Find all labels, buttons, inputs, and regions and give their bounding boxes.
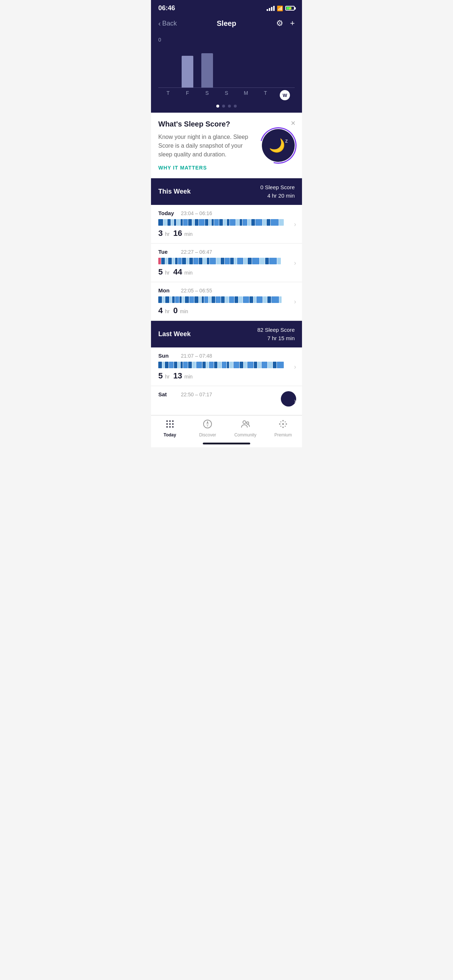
nav-item-discover[interactable]: Discover	[189, 419, 227, 438]
sleep-duration-mon: 4 hr 0 min	[158, 306, 295, 315]
sleep-entry-sun[interactable]: Sun 21:07 – 07:48	[151, 347, 302, 386]
svg-point-2	[172, 420, 174, 422]
svg-point-8	[172, 426, 174, 428]
nav-item-community[interactable]: Community	[226, 419, 265, 438]
svg-point-6	[166, 426, 168, 428]
home-indicator	[151, 440, 302, 447]
sleep-duration-sun: 5 hr 13 min	[158, 371, 295, 380]
last-week-header: Last Week 82 Sleep Score 7 hr 15 min	[151, 321, 302, 347]
last-week-sleep-score: 82 Sleep Score	[257, 326, 295, 334]
sleep-score-info-card: × What's Sleep Score? Know your night in…	[151, 113, 302, 178]
community-icon	[241, 419, 250, 431]
battery-icon: ⚡	[285, 6, 295, 11]
bar-column-t2	[256, 44, 275, 88]
settings-icon[interactable]: ⚙	[276, 19, 283, 28]
sleep-duration-tue: 5 hr 44 min	[158, 267, 295, 277]
back-label: Back	[162, 20, 177, 27]
sleep-duration-today: 3 hr 16 min	[158, 229, 295, 238]
dot-2	[222, 105, 225, 108]
today-icon	[165, 419, 175, 431]
bar-chart	[158, 44, 295, 88]
discover-icon	[203, 419, 212, 431]
back-button[interactable]: ‹ Back	[158, 19, 177, 28]
svg-point-19	[285, 422, 286, 423]
svg-marker-11	[206, 424, 209, 427]
sleep-bar-sun	[158, 362, 284, 368]
page-title: Sleep	[217, 19, 236, 28]
this-week-duration: 4 hr 20 min	[260, 192, 295, 200]
sleep-entry-tue[interactable]: Tue 22:27 – 06:47	[151, 243, 302, 282]
sleep-time-mon: 22:05 – 06:55	[181, 288, 212, 293]
bar-column-s1	[197, 44, 217, 88]
this-week-score: 0 Sleep Score 4 hr 20 min	[260, 183, 295, 200]
this-week-header: This Week 0 Sleep Score 4 hr 20 min	[151, 178, 302, 205]
chart-label-m: M	[236, 90, 256, 100]
chart-label-f: F	[178, 90, 197, 100]
dot-1	[216, 105, 219, 108]
chart-label-s2: S	[217, 90, 236, 100]
discover-label: Discover	[199, 433, 216, 438]
this-week-sleep-score: 0 Sleep Score	[260, 183, 295, 192]
bar-column-w	[275, 44, 295, 88]
bar-column-s2	[217, 44, 236, 88]
chart-label-t: T	[158, 90, 178, 100]
sleep-day-mon: Mon	[158, 287, 177, 293]
sleep-entry-mon[interactable]: Mon 22:05 – 06:55	[151, 282, 302, 321]
sleep-entry-sat[interactable]: Sat 22:50 – 07:17 ›	[151, 386, 302, 415]
nav-item-today[interactable]: Today	[151, 419, 189, 438]
chart-label-s1: S	[197, 90, 217, 100]
dot-3	[228, 105, 231, 108]
bar-column-t	[158, 44, 178, 88]
add-icon[interactable]: +	[290, 19, 295, 28]
back-chevron-icon: ‹	[158, 19, 161, 28]
last-week-label: Last Week	[158, 330, 191, 338]
chart-label-t2: T	[256, 90, 275, 100]
dot-4	[234, 105, 237, 108]
this-week-label: This Week	[158, 188, 191, 196]
sleep-bar-tue	[158, 258, 284, 264]
sleep-day-today: Today	[158, 210, 177, 216]
info-card-title: What's Sleep Score?	[158, 120, 256, 128]
sleep-entry-today[interactable]: Today 23:04 – 06:16	[151, 205, 302, 243]
svg-point-16	[286, 423, 287, 425]
chart-labels: T F S S M T W	[151, 88, 302, 102]
sleep-score-icon: 🌙z	[262, 129, 295, 162]
header: ‹ Back Sleep ⚙ +	[151, 15, 302, 33]
sleep-day-tue: Tue	[158, 249, 177, 255]
sleep-bar-today	[158, 219, 284, 226]
sleep-day-sat: Sat	[158, 391, 177, 398]
sleep-time-tue: 22:27 – 06:47	[181, 249, 212, 255]
svg-point-13	[247, 422, 249, 424]
svg-point-21	[285, 426, 286, 427]
sleep-time-sun: 21:07 – 07:48	[181, 353, 212, 359]
last-week-duration: 7 hr 15 min	[257, 334, 295, 343]
chevron-right-icon: ›	[294, 298, 296, 305]
why-it-matters-link[interactable]: WHY IT MATTERS	[158, 165, 256, 170]
today-label: Today	[164, 433, 176, 438]
home-bar	[203, 442, 250, 444]
wifi-icon: 📶	[277, 5, 283, 11]
nav-item-premium[interactable]: Premium	[265, 419, 302, 438]
this-week-sleep-list: Today 23:04 – 06:16	[151, 205, 302, 321]
community-label: Community	[234, 433, 257, 438]
premium-icon	[278, 419, 288, 431]
header-actions: ⚙ +	[276, 19, 295, 28]
chart-label-w: W	[275, 90, 295, 100]
info-card-text: What's Sleep Score? Know your night in a…	[158, 120, 256, 170]
chart-pagination-dots	[151, 102, 302, 113]
svg-point-3	[166, 423, 168, 425]
bar-column-m	[236, 44, 256, 88]
chevron-right-icon: ›	[294, 259, 296, 267]
close-button[interactable]: ×	[291, 118, 295, 128]
chevron-right-icon: ›	[294, 397, 296, 404]
sleep-bar-mon	[158, 296, 284, 303]
signal-icon	[266, 6, 274, 11]
chevron-right-icon: ›	[294, 220, 296, 228]
svg-point-15	[282, 420, 284, 422]
sleep-chart: 0	[151, 33, 302, 88]
svg-point-7	[169, 426, 171, 428]
last-week-sleep-list: Sun 21:07 – 07:48	[151, 347, 302, 415]
svg-point-5	[172, 423, 174, 425]
svg-point-14	[279, 423, 281, 425]
svg-point-20	[281, 426, 282, 427]
